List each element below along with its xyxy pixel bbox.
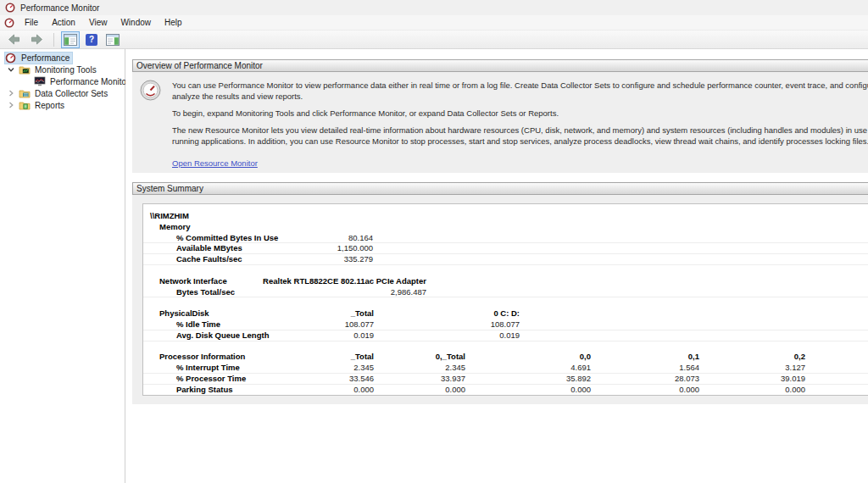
sidebar-item-data-collector-sets[interactable]: Data Collector Sets	[0, 87, 125, 99]
report-counter-row: Avg. Disk Queue Length0.0190.019	[143, 330, 868, 341]
report-spacer-row	[143, 297, 868, 308]
report-counter-row: Parking Status0.0000.0000.0000.0000.000	[143, 385, 868, 396]
folder-chart-icon	[19, 64, 32, 75]
tree-item-content: Performance	[5, 53, 72, 64]
overview-header: Overview of Performance Monitor	[132, 59, 868, 72]
report-spacer-row	[143, 265, 868, 276]
folder-data-icon	[19, 88, 32, 98]
system-summary-header-label: System Summary	[136, 184, 203, 193]
report-label: Available MBytes	[176, 243, 242, 254]
sidebar-item-label: Data Collector Sets	[32, 89, 110, 98]
report-section-network-interface: Network InterfaceRealtek RTL8822CE 802.1…	[143, 276, 868, 287]
perfmon-icon	[5, 53, 19, 64]
report-counter-row: Cache Faults/sec335.279	[143, 254, 868, 265]
report-value: 33.937	[253, 374, 465, 385]
toolbar-separator	[53, 33, 54, 47]
toolbar: ?	[0, 31, 868, 49]
report-counter-row: Available MBytes1,150.000	[143, 243, 868, 254]
tree-item-content: Reports	[19, 100, 67, 110]
menu-action[interactable]: Action	[45, 16, 82, 29]
overview-paragraph-1: You can use Performance Monitor to view …	[172, 80, 868, 102]
system-summary-header: System Summary	[132, 182, 868, 195]
sidebar-item-label: Performance	[19, 53, 72, 63]
report-label: Avg. Disk Queue Length	[176, 330, 269, 341]
report-value: 0.000	[253, 385, 465, 396]
report-section-processor-information: Processor Information_Total0,_Total0,00,…	[143, 352, 868, 363]
tree-item-content: Monitoring Tools	[19, 64, 99, 75]
menu-bar: File Action View Window Help	[0, 15, 868, 31]
chevron-right-icon[interactable]	[3, 89, 19, 97]
show-hide-console-tree-icon[interactable]	[61, 31, 80, 48]
sidebar-item-reports[interactable]: Reports	[0, 99, 125, 111]
system-summary-report: \\RIMZHIMMemory% Committed Bytes In Use8…	[142, 203, 868, 396]
report-column-header: 0,1	[487, 352, 699, 363]
overview-paragraph-3: The new Resource Monitor lets you view d…	[172, 125, 868, 147]
report-value: 108.077	[308, 319, 520, 330]
report-counter-row: % Processor Time33.54633.93735.89228.073…	[143, 374, 868, 385]
report-column-header: 0,_Total	[253, 352, 465, 363]
menu-help[interactable]: Help	[158, 16, 189, 29]
report-counter-row: % Interrupt Time2.3452.3454.6911.5643.12…	[143, 363, 868, 374]
back-arrow-icon[interactable]	[4, 31, 24, 48]
report-column-header: Realtek RTL8822CE 802.11ac PCIe Adapter	[214, 276, 426, 287]
report-value: 1.564	[487, 363, 699, 374]
report-column-header: 0,2	[593, 352, 805, 363]
chevron-down-icon[interactable]	[3, 65, 19, 74]
system-summary-panel: \\RIMZHIMMemory% Committed Bytes In Use8…	[132, 195, 868, 404]
forward-arrow-icon[interactable]	[27, 31, 47, 48]
overview-header-label: Overview of Performance Monitor	[136, 61, 263, 70]
report-value: 0.000	[487, 385, 699, 396]
tree-item-content: Performance Monitor	[34, 76, 131, 86]
report-label: PhysicalDisk	[159, 308, 209, 319]
report-value: 0.019	[308, 330, 520, 341]
report-label: Memory	[159, 222, 190, 233]
report-label: % Committed Bytes In Use	[176, 233, 278, 244]
open-resource-monitor-link[interactable]: Open Resource Monitor	[172, 158, 258, 169]
performance-monitor-window: Performance Monitor File Action View Win…	[0, 0, 868, 483]
report-counter-row: Bytes Total/sec2,986.487	[143, 287, 868, 298]
sidebar-item-label: Performance Monitor	[47, 77, 131, 86]
report-column-header: 0 C: D:	[308, 308, 520, 319]
report-value: 39.019	[593, 374, 805, 385]
report-label: Bytes Total/sec	[176, 287, 235, 298]
tree-item-content: Data Collector Sets	[19, 88, 110, 98]
menu-view[interactable]: View	[82, 16, 114, 29]
report-value: 28.073	[487, 374, 699, 385]
report-label: % Interrupt Time	[176, 363, 240, 374]
report-counter-row: % Idle Time108.077108.077	[143, 319, 868, 330]
sidebar-item-label: Monitoring Tools	[32, 65, 99, 75]
window-body: PerformanceMonitoring ToolsPerformance M…	[0, 49, 868, 483]
sidebar-item-label: Reports	[32, 101, 67, 110]
report-value: 4.691	[379, 363, 591, 374]
menu-window[interactable]: Window	[114, 16, 158, 29]
perfmon-app-icon	[4, 18, 14, 28]
report-value: 0.000	[593, 385, 805, 396]
menu-file[interactable]: File	[18, 16, 45, 29]
perfmon-app-icon	[5, 3, 15, 13]
report-computer-row: \\RIMZHIM	[143, 211, 868, 222]
sidebar-item-monitoring-tools[interactable]: Monitoring Tools	[0, 64, 125, 75]
title-bar: Performance Monitor	[0, 0, 868, 15]
report-counter-row: % Committed Bytes In Use80.164	[143, 233, 868, 244]
sidebar-item-performance[interactable]: Performance	[0, 52, 125, 64]
help-glyph: ?	[86, 34, 97, 46]
folder-report-icon	[19, 100, 32, 110]
report-label: Cache Faults/sec	[176, 254, 242, 265]
report-label: % Idle Time	[176, 319, 220, 330]
console-tree: PerformanceMonitoring ToolsPerformance M…	[0, 49, 125, 483]
report-value: 35.892	[379, 374, 591, 385]
overview-paragraph-2: To begin, expand Monitoring Tools and cl…	[172, 108, 868, 119]
report-label: Processor Information	[159, 352, 245, 363]
sidebar-item-performance-monitor[interactable]: Performance Monitor	[0, 75, 125, 87]
help-icon[interactable]: ?	[83, 31, 100, 48]
show-hide-action-pane-icon[interactable]	[103, 31, 122, 48]
report-column-header: 0,0	[379, 352, 591, 363]
report-value: 0.000	[379, 385, 591, 396]
report-value: 2.345	[253, 363, 465, 374]
overview-text: You can use Performance Monitor to view …	[172, 80, 868, 169]
main-panel: Overview of Performance Monitor You can …	[125, 49, 868, 483]
chevron-right-icon[interactable]	[3, 101, 19, 109]
monitor-chart-icon	[34, 76, 47, 86]
report-spacer-row	[143, 341, 868, 353]
report-label: Parking Status	[176, 385, 233, 396]
